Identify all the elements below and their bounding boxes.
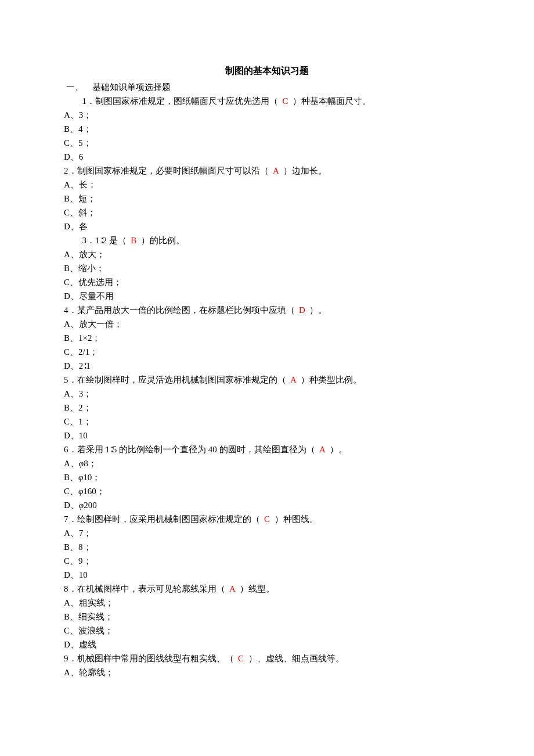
q8-text-before: 8．在机械图样中，表示可见轮廓线采用（	[64, 584, 229, 593]
q8-opt-d: D、虚线	[64, 638, 470, 651]
q7-text-before: 7．绘制图样时，应采用机械制图国家标准规定的（	[64, 514, 264, 524]
q7-answer: C	[264, 514, 270, 524]
q8-opt-b: B、细实线；	[64, 610, 470, 624]
q1-answer: C	[283, 96, 288, 106]
q4-opt-b: B、1×2；	[64, 331, 470, 345]
q4-text-before: 4．某产品用放大一倍的比例绘图，在标题栏比例项中应填（	[64, 305, 299, 315]
q4-answer: D	[299, 305, 305, 315]
q8-answer: A	[229, 584, 235, 593]
q6-text-after: ）。	[325, 445, 347, 454]
q1-opt-a: A、3；	[64, 108, 470, 122]
q2-opt-a: A、长；	[64, 178, 470, 192]
q1-opt-b: B、4；	[64, 122, 470, 136]
question-4: 4．某产品用放大一倍的比例绘图，在标题栏比例项中应填（ D ）。	[64, 303, 470, 317]
q1-opt-d: D、6	[64, 150, 470, 164]
q2-opt-c: C、斜；	[64, 206, 470, 219]
q4-opt-c: C、2/1；	[64, 345, 470, 359]
q4-opt-d: D、2∶1	[64, 359, 470, 373]
question-5: 5．在绘制图样时，应灵活选用机械制图国家标准规定的（ A ）种类型比例。	[64, 373, 470, 387]
q2-text-before: 2．制图国家标准规定，必要时图纸幅面尺寸可以沿（	[64, 166, 273, 175]
phi-icon: φ	[79, 501, 84, 510]
q3-opt-b: B、缩小；	[64, 261, 470, 275]
q5-opt-a: A、3；	[64, 387, 470, 401]
q8-text-after: ）线型。	[235, 584, 275, 593]
q9-opt-a: A、轮廓线；	[64, 665, 470, 679]
q3-opt-a: A、放大；	[64, 247, 470, 261]
q7-opt-b: B、8；	[64, 540, 470, 554]
q3-opt-d: D、尽量不用	[64, 289, 470, 303]
q6-opt-a: A、φ8；	[64, 456, 470, 470]
q6-opt-c: C、φ160；	[64, 484, 470, 498]
question-6: 6．若采用 1∶5 的比例绘制一个直径为 40 的圆时，其绘图直径为（ A ）。	[64, 442, 470, 456]
question-8: 8．在机械图样中，表示可见轮廓线采用（ A ）线型。	[64, 582, 470, 596]
q4-text-after: ）。	[305, 305, 327, 315]
q7-opt-a: A、7；	[64, 526, 470, 540]
q6-text-before: 6．若采用 1∶5 的比例绘制一个直径为 40 的圆时，其绘图直径为（	[64, 445, 319, 454]
question-7: 7．绘制图样时，应采用机械制图国家标准规定的（ C ）种图线。	[64, 512, 470, 526]
q5-opt-c: C、1；	[64, 415, 470, 429]
q5-text-after: ）种类型比例。	[296, 375, 362, 384]
q1-text-after: ）种基本幅面尺寸。	[288, 96, 371, 106]
q3-opt-c: C、优先选用；	[64, 275, 470, 289]
q5-opt-b: B、2；	[64, 401, 470, 415]
q2-text-after: ）边加长。	[279, 166, 327, 175]
document-title: 制图的基本知识习题	[64, 64, 470, 78]
q9-text-before: 9．机械图样中常用的图线线型有粗实线、（	[64, 654, 238, 663]
q6-opt-d: D、φ200	[64, 498, 470, 512]
question-9: 9．机械图样中常用的图线线型有粗实线、（ C ）、虚线、细点画线等。	[64, 651, 470, 665]
q3-text-before: 3．1∶2 是（	[78, 236, 131, 245]
question-1: 1．制图国家标准规定，图纸幅面尺寸应优先选用（ C ）种基本幅面尺寸。	[64, 94, 470, 108]
question-2: 2．制图国家标准规定，必要时图纸幅面尺寸可以沿（ A ）边加长。	[64, 164, 470, 178]
q5-answer: A	[290, 375, 296, 384]
document-page: 制图的基本知识习题 一、 基础知识单项选择题 1．制图国家标准规定，图纸幅面尺寸…	[0, 0, 534, 714]
q1-text-before: 1．制图国家标准规定，图纸幅面尺寸应优先选用（	[78, 96, 283, 106]
q8-opt-c: C、波浪线；	[64, 624, 470, 638]
q3-answer: B	[131, 236, 136, 245]
q1-opt-c: C、5；	[64, 136, 470, 150]
q8-opt-a: A、粗实线；	[64, 596, 470, 610]
q7-text-after: ）种图线。	[270, 514, 318, 524]
phi-icon: φ	[79, 459, 84, 468]
q2-opt-d: D、各	[64, 219, 470, 233]
q6-opt-b: B、φ10；	[64, 470, 470, 484]
q5-text-before: 5．在绘制图样时，应灵活选用机械制图国家标准规定的（	[64, 375, 290, 384]
q3-text-after: ）的比例。	[136, 236, 185, 245]
q6-answer: A	[319, 445, 325, 454]
q2-opt-b: B、短；	[64, 192, 470, 206]
q4-opt-a: A、放大一倍；	[64, 317, 470, 331]
section-header: 一、 基础知识单项选择题	[64, 80, 470, 94]
q9-answer: C	[238, 654, 244, 663]
q7-opt-c: C、9；	[64, 554, 470, 568]
q5-opt-d: D、10	[64, 429, 470, 442]
q7-opt-d: D、10	[64, 568, 470, 582]
question-3: 3．1∶2 是（ B ）的比例。	[64, 233, 470, 247]
q9-text-after: ）、虚线、细点画线等。	[244, 654, 344, 663]
q2-answer: A	[273, 166, 279, 175]
